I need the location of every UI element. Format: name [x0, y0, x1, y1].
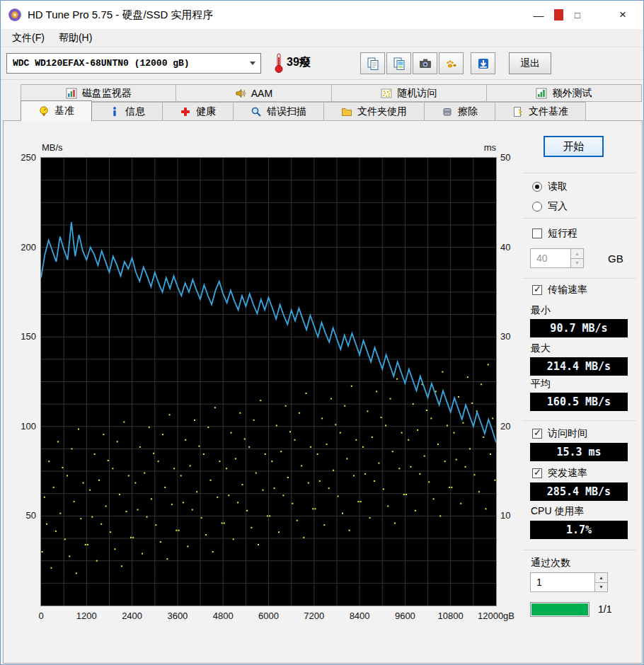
exit-button[interactable]: 退出 — [509, 52, 551, 74]
disk-monitor-icon — [66, 88, 77, 99]
app-window: HD Tune Pro 5.75 - 硬盘/SSD 实用程序 — □ × 文件(… — [0, 0, 644, 665]
pass-count-value: 1 — [531, 573, 594, 591]
maximize-button[interactable]: □ — [564, 1, 591, 29]
tab-health[interactable]: 健康 — [162, 102, 234, 121]
burst-rate-label: 突发速率 — [548, 467, 587, 480]
eraser-icon — [442, 106, 453, 117]
access-time-checkbox[interactable]: 访问时间 — [532, 427, 587, 440]
tab-label: 擦除 — [458, 105, 478, 118]
tab-label: 磁盘监视器 — [82, 87, 132, 100]
tab-benchmark[interactable]: 基准 — [21, 100, 92, 121]
divider — [522, 550, 636, 550]
cpu-usage-label: CPU 使用率 — [531, 505, 584, 518]
minimize-button[interactable]: — — [522, 1, 555, 29]
divider — [522, 218, 636, 219]
copy-text-button[interactable] — [360, 52, 385, 74]
tab-label: 随机访问 — [397, 87, 437, 100]
progress-bar — [530, 602, 590, 617]
paw-icon — [444, 57, 459, 71]
tab-erase[interactable]: 擦除 — [424, 102, 495, 121]
benchmark-icon — [38, 105, 50, 117]
access-time-value: 15.3 ms — [530, 443, 628, 461]
menu-file[interactable]: 文件(F) — [5, 30, 52, 47]
screenshot-button[interactable] — [413, 52, 437, 74]
tab-folder-usage[interactable]: 文件夹使用 — [323, 102, 425, 121]
magnifier-icon — [251, 106, 262, 117]
write-radio[interactable]: 写入 — [532, 200, 568, 213]
pass-count-input[interactable]: 1 ▲ ▼ — [530, 572, 608, 592]
folder-icon — [341, 106, 352, 117]
gb-unit-label: GB — [608, 253, 623, 265]
burst-rate-checkbox[interactable]: 突发速率 — [532, 467, 587, 480]
tab-label: 额外测试 — [552, 87, 592, 100]
pass-count-label: 通过次数 — [531, 557, 570, 569]
random-access-icon — [381, 88, 392, 99]
tab-label: 文件基准 — [529, 105, 568, 118]
spin-up-icon[interactable]: ▲ — [595, 573, 607, 582]
tab-disk-monitor[interactable]: 磁盘监视器 — [21, 84, 176, 102]
progress-fill — [531, 603, 588, 615]
tab-label: 基准 — [54, 105, 74, 117]
checkbox-box[interactable] — [532, 229, 542, 238]
tab-info[interactable]: 信息 — [91, 102, 163, 121]
file-benchmark-icon — [512, 106, 524, 117]
title-bar: HD Tune Pro 5.75 - 硬盘/SSD 实用程序 — □ × — [1, 1, 643, 29]
read-radio[interactable]: 读取 — [532, 180, 568, 193]
temperature-value: 39癈 — [287, 55, 311, 70]
spin-down-icon[interactable]: ▼ — [595, 582, 607, 592]
copy-image-icon — [392, 57, 406, 71]
app-logo-icon — [8, 8, 22, 22]
divider — [522, 173, 636, 173]
tab-aam[interactable]: AAM — [176, 84, 331, 102]
drive-combobox[interactable]: WDC WD120EFAX-68UNTN0 (12000 gB) — [6, 53, 261, 74]
spin-up-icon[interactable]: ▲ — [571, 249, 583, 258]
avg-label: 平均 — [531, 378, 551, 391]
info-icon — [109, 106, 120, 117]
short-stroke-checkbox[interactable]: 短行程 — [532, 227, 577, 240]
burst-rate-value: 285.4 MB/s — [530, 482, 628, 501]
start-button[interactable]: 开始 — [544, 136, 604, 157]
tab-label: 信息 — [125, 105, 145, 118]
short-stroke-input[interactable]: 40 ▲ ▼ — [530, 248, 584, 268]
extra-tests-icon — [536, 88, 547, 99]
radio-dot[interactable] — [532, 202, 542, 212]
max-value: 214.4 MB/s — [530, 357, 628, 376]
checkbox-box[interactable] — [532, 429, 542, 439]
copy-text-icon — [366, 57, 380, 71]
tab-label: 错误扫描 — [267, 105, 306, 118]
tab-random-access[interactable]: 随机访问 — [331, 84, 487, 102]
short-stroke-value: 40 — [531, 249, 570, 267]
menu-help[interactable]: 帮助(H) — [52, 30, 99, 47]
cpu-usage-value: 1.7% — [530, 521, 628, 539]
avg-value: 160.5 MB/s — [530, 393, 628, 411]
tab-extra-tests[interactable]: 额外测试 — [486, 84, 642, 102]
read-radio-label: 读取 — [548, 180, 568, 193]
tab-error-scan[interactable]: 错误扫描 — [233, 102, 324, 121]
radio-dot[interactable] — [532, 182, 542, 192]
divider — [522, 278, 636, 279]
spin-down-icon[interactable]: ▼ — [571, 258, 583, 268]
download-icon — [476, 57, 490, 71]
window-title: HD Tune Pro 5.75 - 硬盘/SSD 实用程序 — [28, 1, 214, 29]
transfer-rate-label: 传输速率 — [548, 284, 587, 296]
paw-button[interactable] — [439, 52, 464, 74]
max-label: 最大 — [531, 342, 551, 355]
secondary-tab-bar: 磁盘监视器 AAM 随机访问 — [21, 84, 641, 102]
toolbar: WDC WD120EFAX-68UNTN0 (12000 gB) 39癈 — [1, 47, 643, 80]
tab-file-benchmark[interactable]: 文件基准 — [495, 102, 586, 121]
checkbox-box[interactable] — [532, 285, 542, 295]
transfer-rate-checkbox[interactable]: 传输速率 — [532, 284, 587, 296]
copy-image-button[interactable] — [386, 52, 411, 74]
short-stroke-label: 短行程 — [548, 227, 577, 240]
health-icon — [180, 106, 191, 117]
thermometer-icon — [274, 52, 284, 74]
write-radio-label: 写入 — [548, 200, 568, 213]
chevron-down-icon[interactable] — [245, 54, 260, 73]
progress-label: 1/1 — [598, 603, 611, 615]
red-indicator — [554, 9, 563, 21]
update-button[interactable] — [471, 52, 495, 74]
divider — [522, 420, 636, 421]
checkbox-box[interactable] — [532, 468, 542, 478]
close-button[interactable]: × — [606, 1, 639, 29]
grid-lines — [41, 158, 496, 606]
